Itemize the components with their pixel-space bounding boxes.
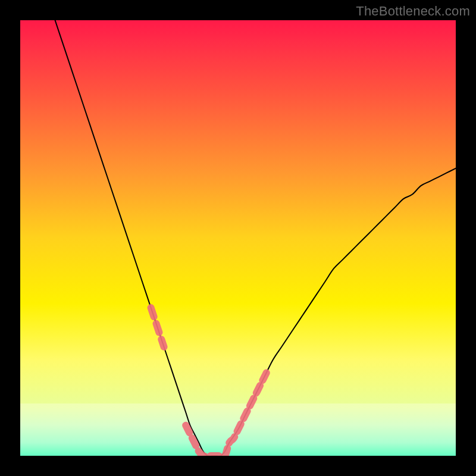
gradient-background: [20, 20, 456, 456]
plot-area: [20, 20, 456, 456]
watermark-text: TheBottleneck.com: [356, 4, 470, 19]
chart-stage: TheBottleneck.com: [0, 0, 476, 476]
chart-svg: [20, 20, 456, 456]
